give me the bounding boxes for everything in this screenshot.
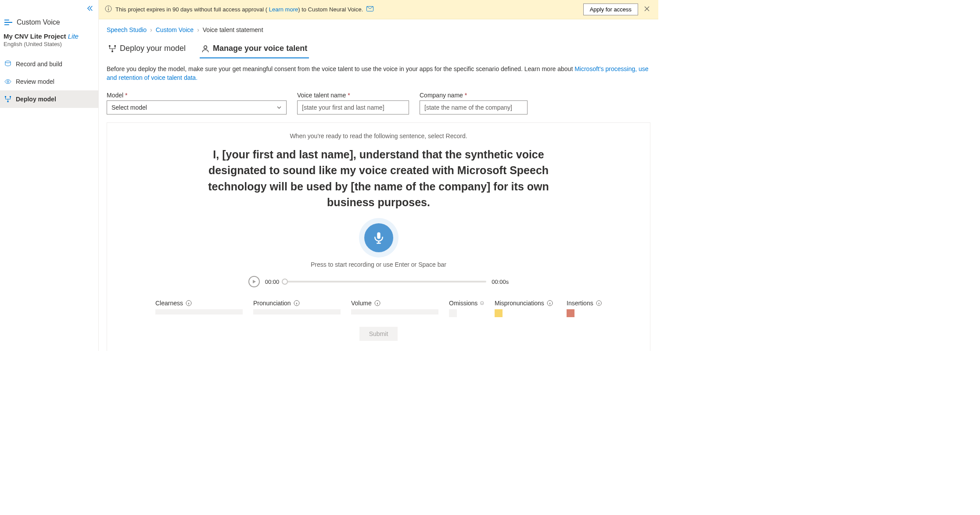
svg-rect-12	[377, 232, 381, 239]
nav-item-label: Record and build	[16, 61, 62, 68]
project-title: My CNV Lite Project Lite	[0, 32, 98, 41]
playback-controls: 00:00 00:00s	[125, 276, 632, 287]
model-select[interactable]: Select model	[107, 100, 287, 114]
form-row: Model * Select model Voice talent name *…	[107, 92, 650, 114]
metric-swatch	[449, 309, 457, 317]
svg-point-0	[5, 61, 11, 63]
breadcrumb: Speech Studio › Custom Voice › Voice tal…	[107, 25, 650, 41]
submit-button[interactable]: Submit	[359, 327, 398, 341]
statement-panel: When you're ready to read the following …	[107, 122, 650, 351]
slider-thumb[interactable]	[282, 279, 288, 285]
nav-deploy-model[interactable]: Deploy model	[0, 90, 98, 108]
chevron-double-left-icon	[87, 5, 93, 11]
main-content: This project expires in 90 days without …	[99, 0, 658, 351]
nav-item-label: Deploy model	[16, 96, 56, 103]
network-icon	[108, 45, 116, 53]
tab-deploy-model[interactable]: Deploy your model	[107, 41, 187, 58]
eye-icon	[4, 78, 11, 85]
menu-list-icon	[4, 19, 12, 25]
svg-rect-4	[7, 101, 9, 102]
record-button[interactable]	[364, 223, 393, 252]
info-icon[interactable]	[374, 300, 381, 306]
microphone-icon	[372, 231, 385, 244]
crumb-root[interactable]: Speech Studio	[107, 26, 147, 33]
svg-rect-9	[115, 45, 116, 46]
record-hint: Press to start recording or use Enter or…	[125, 261, 632, 268]
metric-mispronunciations: Mispronunciations	[495, 300, 556, 317]
info-icon[interactable]	[186, 300, 192, 306]
banner-text: This project expires in 90 days without …	[115, 6, 363, 13]
model-select-value: Select model	[111, 104, 147, 111]
sidebar-app-title: Custom Voice	[17, 18, 60, 26]
metric-bar	[155, 309, 243, 315]
network-icon	[4, 96, 11, 103]
metric-bar	[253, 309, 341, 315]
nav-record-and-build[interactable]: Record and build	[0, 55, 98, 73]
metric-insertions: Insertions	[567, 300, 602, 317]
metric-clearness: Clearness	[155, 300, 243, 317]
access-warning-banner: This project expires in 90 days without …	[99, 0, 658, 19]
crumb-sep: ›	[150, 26, 152, 33]
svg-point-11	[204, 46, 207, 49]
svg-rect-2	[5, 96, 6, 97]
banner-learn-more-link[interactable]: Learn more	[269, 6, 298, 13]
project-tier-badge: Lite	[68, 32, 79, 40]
nav-review-model[interactable]: Review model	[0, 73, 98, 90]
apply-for-access-button[interactable]: Apply for access	[583, 4, 638, 15]
svg-rect-10	[111, 50, 113, 52]
banner-close-button[interactable]	[642, 4, 652, 14]
statement-body: I, [your first and last name], understan…	[208, 147, 550, 210]
model-label: Model *	[107, 92, 287, 99]
metric-bar	[351, 309, 438, 315]
playback-slider[interactable]	[284, 281, 486, 283]
voice-talent-name-label: Voice talent name *	[297, 92, 409, 99]
metric-pronunciation: Pronunciation	[253, 300, 341, 317]
project-name: My CNV Lite Project	[4, 32, 66, 40]
nav-item-label: Review model	[16, 78, 54, 85]
close-icon	[644, 6, 650, 11]
tab-manage-voice-talent[interactable]: Manage your voice talent	[200, 41, 309, 58]
metric-swatch	[495, 309, 503, 317]
svg-rect-3	[10, 96, 11, 97]
metric-swatch	[567, 309, 574, 317]
person-icon	[201, 45, 209, 53]
svg-point-1	[7, 81, 9, 82]
metric-omissions: Omissions	[449, 300, 484, 317]
crumb-current: Voice talent statement	[203, 26, 263, 33]
company-name-label: Company name *	[420, 92, 528, 99]
crumb-sep: ›	[197, 26, 199, 33]
voice-talent-name-field: Voice talent name *	[297, 92, 409, 114]
playback-position: 00:00	[265, 279, 280, 285]
mic-halo	[359, 218, 398, 258]
model-field: Model * Select model	[107, 92, 287, 114]
project-language: English (United States)	[0, 41, 98, 55]
svg-point-6	[108, 7, 109, 8]
chevron-down-icon	[276, 105, 282, 110]
company-name-field: Company name *	[420, 92, 528, 114]
page-tabs: Deploy your model Manage your voice tale…	[107, 41, 650, 59]
tab-label: Manage your voice talent	[213, 44, 307, 53]
page-description: Before you deploy the model, make sure y…	[107, 65, 650, 82]
play-button[interactable]	[248, 276, 260, 287]
info-icon	[105, 5, 112, 14]
info-icon[interactable]	[480, 300, 484, 306]
database-icon	[4, 61, 11, 68]
speech-metrics: Clearness Pronunciation Volume	[125, 300, 632, 327]
voice-talent-name-input[interactable]	[297, 100, 409, 114]
svg-rect-8	[109, 45, 110, 46]
statement-hint: When you're ready to read the following …	[125, 132, 632, 139]
tab-label: Deploy your model	[120, 44, 186, 53]
info-icon[interactable]	[596, 300, 602, 306]
playback-duration: 00:00s	[492, 279, 509, 285]
crumb-project[interactable]: Custom Voice	[156, 26, 194, 33]
info-icon[interactable]	[547, 300, 553, 306]
collapse-sidebar-button[interactable]	[0, 4, 98, 11]
left-sidebar: Custom Voice My CNV Lite Project Lite En…	[0, 0, 99, 351]
metric-volume: Volume	[351, 300, 438, 317]
company-name-input[interactable]	[420, 100, 528, 114]
play-icon	[252, 279, 256, 284]
sidebar-app-header[interactable]: Custom Voice	[0, 11, 98, 32]
info-icon[interactable]	[294, 300, 300, 306]
mail-icon[interactable]	[366, 6, 373, 13]
